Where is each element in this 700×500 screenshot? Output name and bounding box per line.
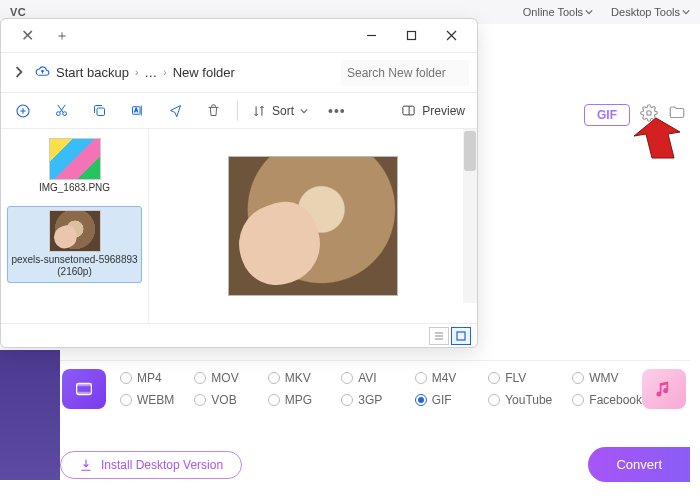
- file-list-pane: IMG_1683.PNG pexels-sunsetoned-5968893 (…: [1, 129, 149, 323]
- bg-logo: VC: [10, 6, 26, 18]
- format-m4v[interactable]: M4V: [415, 371, 468, 385]
- side-thumbnail-strip: [0, 350, 60, 480]
- scrollbar-thumb[interactable]: [464, 131, 476, 171]
- file-thumbnail: [49, 138, 101, 180]
- breadcrumb[interactable]: Start backup › … › New folder: [35, 64, 235, 82]
- details-view-button[interactable]: [429, 327, 449, 345]
- svg-point-8: [62, 112, 66, 116]
- install-desktop-button[interactable]: Install Desktop Version: [60, 451, 242, 479]
- convert-button[interactable]: Convert: [588, 447, 690, 482]
- audio-badge-icon: [642, 369, 686, 409]
- format-mp4[interactable]: MP4: [120, 371, 174, 385]
- copy-button[interactable]: [83, 97, 115, 125]
- window-close-button[interactable]: [431, 21, 471, 51]
- close-tab-icon[interactable]: ✕: [7, 26, 47, 45]
- delete-button[interactable]: [197, 97, 229, 125]
- svg-rect-14: [457, 332, 465, 340]
- formats-panel: MP4 MOV MKV AVI M4V FLV WMV WEBM VOB MPG…: [60, 360, 690, 409]
- format-gif[interactable]: GIF: [415, 393, 468, 407]
- more-options-button[interactable]: •••: [320, 99, 354, 123]
- list-item[interactable]: pexels-sunsetoned-5968893 (2160p): [7, 206, 142, 283]
- preview-pane: [149, 129, 477, 323]
- format-mkv[interactable]: MKV: [268, 371, 321, 385]
- crumb-start-backup[interactable]: Start backup: [56, 65, 129, 80]
- crumb-new-folder[interactable]: New folder: [173, 65, 235, 80]
- rename-button[interactable]: A: [121, 97, 153, 125]
- menu-online-tools[interactable]: Online Tools: [523, 6, 593, 18]
- video-badge-icon: [62, 369, 106, 409]
- preview-toggle[interactable]: Preview: [395, 99, 471, 122]
- crumb-ellipsis[interactable]: …: [144, 65, 157, 80]
- format-mpg[interactable]: MPG: [268, 393, 321, 407]
- search-input[interactable]: [341, 60, 469, 86]
- svg-rect-5: [407, 32, 415, 40]
- format-facebook[interactable]: Facebook: [572, 393, 642, 407]
- list-item[interactable]: IMG_1683.PNG: [7, 135, 142, 198]
- preview-image: [228, 156, 398, 296]
- window-maximize-button[interactable]: [391, 21, 431, 51]
- format-flv[interactable]: FLV: [488, 371, 552, 385]
- svg-point-7: [56, 112, 60, 116]
- format-youtube[interactable]: YouTube: [488, 393, 552, 407]
- file-thumbnail: [49, 210, 101, 252]
- thumbnails-view-button[interactable]: [451, 327, 471, 345]
- address-chevron-icon[interactable]: [9, 60, 29, 86]
- format-wmv[interactable]: WMV: [572, 371, 642, 385]
- cloud-backup-icon: [35, 64, 50, 82]
- sort-dropdown[interactable]: Sort: [246, 100, 314, 122]
- share-button[interactable]: [159, 97, 191, 125]
- svg-rect-9: [97, 108, 105, 116]
- menu-desktop-tools[interactable]: Desktop Tools: [611, 6, 690, 18]
- svg-rect-3: [77, 392, 92, 395]
- red-arrow-callout: [624, 114, 684, 166]
- svg-rect-2: [77, 384, 92, 387]
- svg-text:A: A: [134, 107, 138, 113]
- bg-top-menus: Online Tools Desktop Tools: [523, 6, 690, 18]
- format-vob[interactable]: VOB: [194, 393, 247, 407]
- chevron-right-icon: ›: [135, 67, 138, 78]
- svg-rect-12: [403, 106, 414, 115]
- cut-button[interactable]: [45, 97, 77, 125]
- status-bar: [1, 323, 477, 347]
- new-tab-button[interactable]: ＋: [47, 27, 77, 45]
- file-explorer-window: ✕ ＋ Start backup › … › New folder A: [0, 18, 478, 348]
- format-avi[interactable]: AVI: [341, 371, 394, 385]
- scrollbar-track[interactable]: [463, 129, 477, 303]
- chevron-right-icon: ›: [163, 67, 166, 78]
- window-minimize-button[interactable]: [351, 21, 391, 51]
- format-mov[interactable]: MOV: [194, 371, 247, 385]
- new-item-button[interactable]: [7, 97, 39, 125]
- format-3gp[interactable]: 3GP: [341, 393, 394, 407]
- format-webm[interactable]: WEBM: [120, 393, 174, 407]
- file-name-label: pexels-sunsetoned-5968893 (2160p): [11, 254, 138, 279]
- file-name-label: IMG_1683.PNG: [39, 182, 110, 195]
